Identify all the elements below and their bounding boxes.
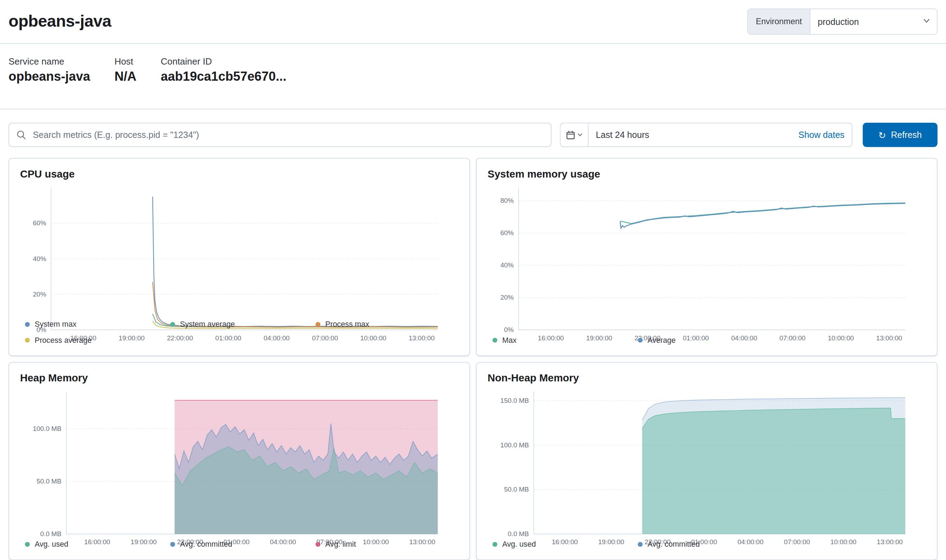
svg-text:80%: 80% [500,197,514,204]
chart-panel-cpu-usage: CPU usage 0%20%40%60%16:00:0019:00:0022:… [8,158,470,356]
environment-select-value: production [818,17,859,27]
legend-item[interactable]: Process average [20,332,165,348]
legend-item[interactable]: Avg. used [20,537,165,552]
chart-legend: MaxAverage [488,330,926,348]
time-range-value: Last 24 hours [596,130,649,140]
chart-canvas: 0.0 MB50.0 MB100.0 MB16:00:0019:00:0022:… [20,387,458,550]
environment-select[interactable]: production [810,9,937,34]
refresh-icon: ↻ [878,130,886,139]
svg-text:20%: 20% [500,294,514,301]
svg-text:60%: 60% [500,229,514,237]
refresh-button[interactable]: ↻ Refresh [863,123,938,147]
legend-item[interactable]: Process max [311,317,456,332]
chart-panel-non-heap-memory: Non-Heap Memory 0.0 MB50.0 MB100.0 MB150… [476,362,938,560]
heap-memory-chart[interactable]: 0.0 MB50.0 MB100.0 MB16:00:0019:00:0022:… [20,387,458,534]
chevron-down-icon [923,17,931,27]
host-value: N/A [114,69,137,84]
chart-title: System memory usage [488,168,926,181]
legend-dot [170,322,175,327]
svg-text:40%: 40% [32,255,46,263]
legend-item[interactable]: System average [165,317,311,332]
host-label: Host [114,56,137,66]
host-item: Host N/A [114,56,137,109]
service-name-value: opbeans-java [8,69,90,84]
container-id-item: Container ID aab19ca1cb57e670... [161,56,287,109]
chart-canvas: 0%20%40%60%80%16:00:0019:00:0022:00:0001… [488,183,926,346]
svg-text:100.0 MB: 100.0 MB [500,442,529,449]
legend-label: Avg. used [502,540,536,548]
legend-label: System max [35,320,77,328]
chevron-down-icon [577,132,583,138]
legend-item[interactable]: Max [488,332,633,348]
legend-item[interactable]: Average [633,332,778,348]
legend-dot [638,338,643,343]
svg-text:40%: 40% [500,262,514,269]
legend-label: Average [648,336,676,344]
apm-service-metrics-page: opbeans-java Environment production Serv… [0,0,946,560]
container-id-label: Container ID [161,56,287,66]
svg-text:50.0 MB: 50.0 MB [37,477,62,485]
legend-dot [316,322,321,327]
chart-title: Heap Memory [20,372,458,385]
legend-dot [492,338,497,343]
system-memory-usage-chart[interactable]: 0%20%40%60%80%16:00:0019:00:0022:00:0001… [488,183,926,330]
metrics-search-box [8,123,551,147]
search-icon [17,130,26,140]
chart-legend: Avg. usedAvg. committed [488,534,926,552]
legend-dot [638,542,643,547]
time-range-field[interactable]: Last 24 hours Show dates [588,123,852,146]
calendar-icon [566,130,575,139]
legend-dot [25,322,30,327]
chart-panel-system-memory-usage: System memory usage 0%20%40%60%80%16:00:… [476,158,938,356]
page-header: opbeans-java Environment production [0,0,946,44]
chart-legend: System maxSystem averageProcess maxProce… [20,314,458,348]
legend-label: Avg. committed [180,540,232,548]
svg-text:100.0 MB: 100.0 MB [32,425,61,432]
legend-item[interactable]: System max [20,317,165,332]
chart-title: CPU usage [20,168,458,181]
environment-filter: Environment production [747,8,938,34]
legend-label: Process max [325,320,369,328]
legend-dot [492,542,497,547]
chart-title: Non-Heap Memory [488,372,926,385]
legend-item[interactable]: Avg. committed [633,537,778,552]
chart-panel-heap-memory: Heap Memory 0.0 MB50.0 MB100.0 MB16:00:0… [8,362,470,560]
show-dates-link[interactable]: Show dates [798,130,844,140]
legend-label: Avg. limit [325,540,356,548]
legend-item[interactable]: Avg. used [488,537,633,552]
legend-dot [25,338,30,343]
legend-label: Max [502,336,517,344]
legend-label: Avg. used [35,540,68,548]
non-heap-memory-chart[interactable]: 0.0 MB50.0 MB100.0 MB150.0 MB16:00:0019:… [488,387,926,534]
legend-item[interactable]: Avg. committed [165,537,311,552]
svg-text:20%: 20% [32,291,46,298]
cpu-usage-chart[interactable]: 0%20%40%60%16:00:0019:00:0022:00:0001:00… [20,183,458,314]
metrics-toolbar: Last 24 hours Show dates ↻ Refresh [8,123,938,147]
service-name-item: Service name opbeans-java [8,56,90,109]
date-picker-button[interactable] [560,123,588,146]
refresh-button-label: Refresh [891,130,922,140]
service-name-label: Service name [8,56,90,66]
search-input[interactable] [32,129,543,140]
charts-grid: CPU usage 0%20%40%60%16:00:0019:00:0022:… [8,158,938,560]
svg-text:50.0 MB: 50.0 MB [504,486,529,493]
environment-filter-label: Environment [748,9,810,34]
legend-dot [25,542,30,547]
legend-label: System average [180,320,235,328]
svg-text:150.0 MB: 150.0 MB [500,397,529,404]
super-date-picker: Last 24 hours Show dates [560,123,853,147]
legend-dot [170,542,175,547]
legend-label: Avg. committed [648,540,700,548]
legend-label: Process average [35,336,92,344]
chart-canvas: 0.0 MB50.0 MB100.0 MB150.0 MB16:00:0019:… [488,387,926,550]
svg-text:60%: 60% [32,219,46,227]
container-id-value: aab19ca1cb57e670... [161,69,287,84]
legend-dot [316,542,321,547]
page-title: opbeans-java [8,12,111,31]
chart-legend: Avg. usedAvg. committedAvg. limit [20,534,458,552]
service-info-bar: Service name opbeans-java Host N/A Conta… [0,44,946,109]
legend-item[interactable]: Avg. limit [311,537,456,552]
